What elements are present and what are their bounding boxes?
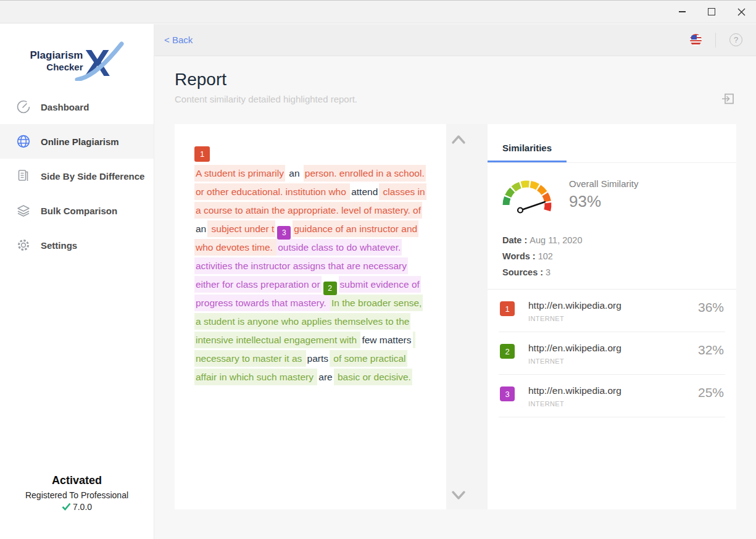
sidebar-item-label: Online Plagiarism <box>41 136 119 147</box>
document-plain-text: an <box>194 220 207 237</box>
source-3-marker-badge[interactable]: 3 <box>277 226 291 240</box>
meta-value: 102 <box>538 251 553 261</box>
document-plain-text: are <box>317 369 333 385</box>
sidebar-item-settings[interactable]: Settings <box>0 228 154 262</box>
overall-similarity-value: 93% <box>569 192 639 211</box>
us-flag-icon[interactable] <box>690 34 702 46</box>
top-bar: < Back ? <box>154 24 756 56</box>
highlighted-text-source-1: A student is primarily <box>194 165 285 182</box>
help-icon[interactable]: ? <box>729 33 742 46</box>
similarities-panel: Similarities <box>488 124 736 509</box>
document-scrollbar <box>446 124 488 509</box>
sidebar-item-dashboard[interactable]: Dashboard <box>0 90 154 124</box>
source-row-3[interactable]: 3http://en.wikipedia.orgINTERNET25% <box>499 375 725 417</box>
minimize-icon <box>679 11 686 12</box>
meta-label: Date : <box>502 235 527 245</box>
activation-status: Activated <box>0 474 154 487</box>
source-1-marker-badge[interactable]: 1 <box>194 146 210 162</box>
source-percent: 25% <box>698 385 724 400</box>
document-plain-text: attend <box>350 183 379 200</box>
activation-version: 7.0.0 <box>73 502 92 512</box>
source-url[interactable]: http://en.wikipedia.org <box>528 300 698 311</box>
source-list: 1http://en.wikipedia.orgINTERNET36%2http… <box>488 290 736 417</box>
sidebar-item-side-by-side-difference[interactable]: Side By Side Difference <box>0 159 154 193</box>
close-icon <box>737 8 746 16</box>
meta-label: Words : <box>502 251 536 261</box>
source-2-marker-badge[interactable]: 2 <box>323 282 337 295</box>
report-meta: Date :Aug 11, 2020Words :102Sources :3 <box>488 219 736 290</box>
source-url[interactable]: http://en.wikipedia.org <box>528 343 698 354</box>
meta-row: Sources :3 <box>502 264 721 280</box>
app-logo: Plagiarism Checker X <box>0 41 154 81</box>
tab-similarities[interactable]: Similarities <box>488 136 567 162</box>
topbar-divider <box>715 33 716 48</box>
source-percent: 32% <box>698 343 724 357</box>
source-number-badge: 1 <box>500 301 515 316</box>
page-title: Report <box>175 70 736 90</box>
sidebar-item-label: Settings <box>41 240 77 251</box>
activation-version-row: 7.0.0 <box>62 502 92 512</box>
sidebar-menu: DashboardOnline PlagiarismSide By Side D… <box>0 90 154 262</box>
globe-icon <box>16 134 31 149</box>
meta-row: Date :Aug 11, 2020 <box>502 232 721 248</box>
gear-icon <box>16 238 31 253</box>
highlighted-text-source-1: subject under t <box>207 220 275 237</box>
meta-value: 3 <box>546 267 550 277</box>
logo-text-line2: Checker <box>30 62 83 73</box>
document-panel: 1 A student is primarily an person. enro… <box>175 124 446 509</box>
source-url[interactable]: http://en.wikipedia.org <box>528 385 698 396</box>
document-plain-text: few matters <box>360 332 412 348</box>
maximize-button[interactable] <box>697 1 726 23</box>
export-report-icon[interactable] <box>721 92 735 106</box>
maximize-icon <box>708 8 715 15</box>
sidebar-item-online-plagiarism[interactable]: Online Plagiarism <box>0 124 154 159</box>
logo-text-line1: Plagiarism <box>30 49 83 62</box>
layers-icon <box>16 203 31 218</box>
meta-label: Sources : <box>502 267 543 277</box>
meta-row: Words :102 <box>502 248 721 264</box>
close-button[interactable] <box>726 1 756 23</box>
overall-similarity-label: Overall Similarity <box>569 178 639 189</box>
page-header: Report Content similarity detailed highl… <box>175 70 736 104</box>
sidebar-item-label: Bulk Comparison <box>41 206 117 216</box>
highlighted-text-source-2: basic or decisive. <box>334 369 412 385</box>
source-number-badge: 3 <box>500 386 515 401</box>
source-row-1[interactable]: 1http://en.wikipedia.orgINTERNET36% <box>499 290 725 332</box>
source-row-2[interactable]: 2http://en.wikipedia.orgINTERNET32% <box>499 332 725 375</box>
similarity-gauge-icon <box>502 173 553 216</box>
document-plain-text: an <box>285 165 304 182</box>
chevron-down-icon[interactable] <box>450 488 467 503</box>
source-percent: 36% <box>698 300 724 315</box>
document-plain-text: parts <box>306 350 330 367</box>
sidebar-item-bulk-comparison[interactable]: Bulk Comparison <box>0 193 154 228</box>
activation-panel: Activated Registered To Professional 7.0… <box>0 474 154 514</box>
sidebar-item-label: Dashboard <box>41 102 89 112</box>
main-content: Report Content similarity detailed highl… <box>154 56 756 539</box>
source-type: INTERNET <box>528 315 698 322</box>
source-type: INTERNET <box>528 357 698 365</box>
window-title-bar <box>0 0 756 23</box>
sidebar-item-label: Side By Side Difference <box>41 171 144 182</box>
chevron-up-icon[interactable] <box>450 132 467 147</box>
document-text: A student is primarily an person. enroll… <box>194 164 429 386</box>
source-number-badge: 2 <box>500 344 515 359</box>
dashboard-gauge-icon <box>16 99 31 114</box>
documents-icon <box>16 169 31 183</box>
checkmark-icon <box>62 503 71 511</box>
meta-value: Aug 11, 2020 <box>530 235 582 245</box>
page-subtitle: Content similarity detailed highlighted … <box>175 94 736 104</box>
activation-registered-to: Registered To Professional <box>0 490 154 500</box>
minimize-button[interactable] <box>667 1 697 23</box>
back-link[interactable]: < Back <box>164 35 193 45</box>
source-type: INTERNET <box>528 400 698 407</box>
sidebar: Plagiarism Checker X DashboardOnline Pla… <box>0 24 154 539</box>
